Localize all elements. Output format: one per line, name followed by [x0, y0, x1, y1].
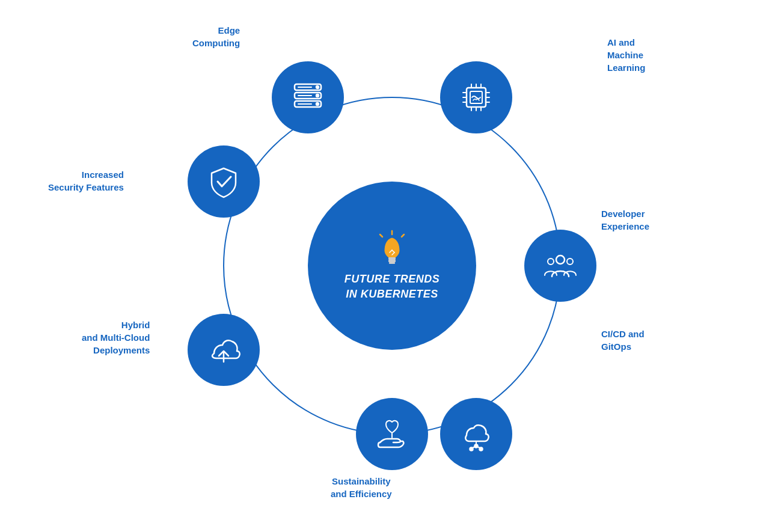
team-icon [542, 248, 578, 284]
svg-point-41 [480, 448, 483, 451]
svg-point-15 [316, 103, 319, 105]
label-developer-experience: DeveloperExperience [601, 207, 649, 233]
label-cicd: CI/CD andGitOps [601, 328, 645, 353]
center-circle: FUTURE TRENDS IN KUBERNETES [308, 182, 476, 350]
satellite-edge-computing [272, 61, 344, 133]
satellite-hybrid-cloud [188, 314, 260, 386]
svg-rect-4 [388, 257, 396, 260]
svg-point-39 [470, 448, 473, 451]
center-title: FUTURE TRENDS [345, 272, 440, 287]
diagram-container: FUTURE TRENDS IN KUBERNETES EdgeComputin… [0, 0, 784, 532]
label-edge-computing: EdgeComputing [192, 24, 240, 49]
label-ai-text: AI andMachineLearning [607, 37, 645, 73]
label-sustainability-text: Sustainabilityand Efficiency [331, 476, 392, 499]
label-cicd-text: CI/CD andGitOps [601, 329, 645, 352]
satellite-developer-experience [524, 230, 596, 302]
label-hybrid-text: Hybridand Multi-CloudDeployments [82, 320, 150, 355]
svg-rect-6 [389, 262, 395, 264]
svg-point-34 [548, 258, 554, 264]
label-dev-text: DeveloperExperience [601, 209, 649, 231]
satellite-sustainability [356, 398, 428, 470]
satellite-security [188, 145, 260, 218]
svg-point-14 [316, 94, 319, 97]
label-hybrid-cloud: Hybridand Multi-CloudDeployments [82, 319, 150, 356]
bulb-icon [374, 230, 410, 272]
sustainability-icon [374, 416, 410, 452]
satellite-cicd [440, 398, 512, 470]
label-security: IncreasedSecurity Features [48, 168, 124, 194]
svg-line-2 [402, 234, 404, 237]
svg-point-40 [475, 445, 478, 448]
label-edge-text: EdgeComputing [192, 25, 240, 48]
svg-rect-5 [388, 260, 396, 262]
center-subtitle: IN KUBERNETES [346, 287, 438, 302]
cloud-upload-icon [206, 332, 242, 368]
svg-line-3 [380, 234, 382, 237]
shield-icon [206, 164, 242, 200]
label-sustainability: Sustainabilityand Efficiency [331, 475, 392, 500]
cicd-icon [458, 416, 494, 452]
svg-point-33 [556, 255, 565, 264]
ai-icon [458, 79, 494, 115]
label-ai-ml: AI andMachineLearning [607, 36, 645, 74]
satellite-ai-ml [440, 61, 512, 133]
label-security-text: IncreasedSecurity Features [48, 170, 124, 192]
svg-point-13 [316, 86, 319, 88]
svg-point-35 [567, 258, 573, 264]
server-icon [290, 79, 326, 115]
